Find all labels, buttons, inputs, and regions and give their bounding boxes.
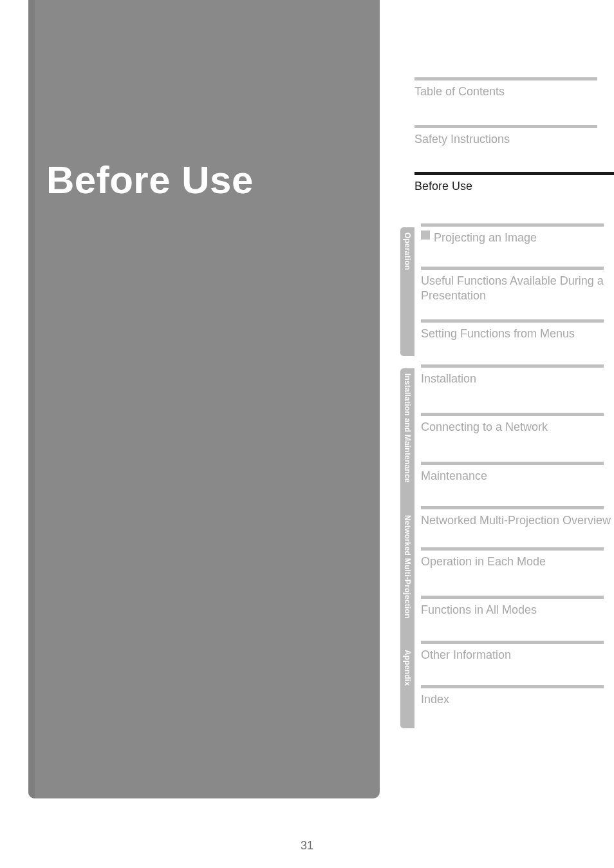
panel-accent bbox=[28, 0, 35, 798]
nav-item-safety[interactable]: Safety Instructions bbox=[414, 125, 614, 147]
section-install-maint: Installation and Maintenance Installatio… bbox=[414, 364, 614, 484]
tab-bar bbox=[421, 685, 604, 688]
chapter-panel: Before Use bbox=[28, 0, 380, 798]
nav-label: Operation in Each Mode bbox=[421, 554, 546, 569]
section-tab-appendix: Appendix bbox=[400, 645, 414, 728]
nav-item-index[interactable]: Index bbox=[414, 685, 614, 707]
tab-bar-active bbox=[414, 172, 614, 175]
nav-label: Functions in All Modes bbox=[421, 603, 537, 618]
page-number: 31 bbox=[0, 839, 614, 853]
nav-item-functions-all-modes[interactable]: Functions in All Modes bbox=[414, 596, 614, 618]
tab-bar bbox=[421, 413, 604, 416]
tab-bar bbox=[421, 364, 604, 368]
tab-bar bbox=[414, 77, 597, 80]
chapter-title: Before Use bbox=[46, 158, 254, 202]
nav-item-installation[interactable]: Installation bbox=[414, 364, 614, 386]
section-tab-operation: Operation bbox=[400, 227, 414, 356]
tab-bar bbox=[421, 547, 604, 551]
nav-label: Maintenance bbox=[421, 469, 487, 484]
section-tab-networked-multi: Networked Multi-Projection bbox=[400, 510, 414, 658]
nav-item-op-each-mode[interactable]: Operation in Each Mode bbox=[414, 547, 614, 569]
nav-item-toc[interactable]: Table of Contents bbox=[414, 77, 614, 99]
tab-bar bbox=[421, 462, 604, 465]
tab-bar bbox=[421, 319, 604, 323]
nav-label: Connecting to a Network bbox=[421, 420, 548, 435]
nav-label: Before Use bbox=[414, 179, 614, 194]
page: Before Use Table of Contents Safety Inst… bbox=[0, 0, 614, 868]
nav-item-nmp-overview[interactable]: Networked Multi-Projection Overview bbox=[414, 506, 614, 528]
nav-item-other-info[interactable]: Other Information bbox=[414, 641, 614, 663]
section-tab-label: Networked Multi-Projection bbox=[400, 510, 414, 624]
section-tab-label: Appendix bbox=[400, 645, 414, 691]
tab-bar bbox=[421, 596, 604, 599]
nav-label: Safety Instructions bbox=[414, 132, 614, 147]
section-tab-install-maint: Installation and Maintenance bbox=[400, 368, 414, 516]
nav-label: Networked Multi-Projection Overview bbox=[421, 513, 611, 528]
nav-label: Useful Functions Available During a Pres… bbox=[421, 274, 614, 303]
section-tab-label: Installation and Maintenance bbox=[400, 368, 414, 488]
nav-item-before-use[interactable]: Before Use bbox=[414, 172, 614, 194]
nav-label: Index bbox=[421, 692, 449, 707]
nav-label: Projecting an Image bbox=[434, 231, 537, 245]
section-tab-label: Operation bbox=[400, 227, 414, 275]
nav-label: Other Information bbox=[421, 648, 511, 663]
tab-bar bbox=[414, 125, 597, 128]
lead-icon bbox=[421, 231, 430, 240]
nav-label: Table of Contents bbox=[414, 84, 614, 99]
section-appendix: Appendix Other Information Index bbox=[414, 641, 614, 707]
side-nav: Table of Contents Safety Instructions Be… bbox=[414, 0, 614, 720]
nav-item-useful-functions[interactable]: Useful Functions Available During a Pres… bbox=[414, 267, 614, 303]
tab-bar bbox=[421, 223, 604, 227]
section-operation: Operation Projecting an Image Useful Fun… bbox=[414, 223, 614, 341]
nav-item-maintenance[interactable]: Maintenance bbox=[414, 462, 614, 484]
nav-label: Setting Functions from Menus bbox=[421, 326, 575, 341]
tab-bar bbox=[421, 506, 604, 509]
nav-item-connecting-network[interactable]: Connecting to a Network bbox=[414, 413, 614, 435]
nav-item-projecting[interactable]: Projecting an Image bbox=[414, 223, 614, 245]
section-networked-multi: Networked Multi-Projection Networked Mul… bbox=[414, 506, 614, 618]
nav-item-setting-menus[interactable]: Setting Functions from Menus bbox=[414, 319, 614, 341]
tab-bar bbox=[421, 267, 604, 270]
nav-label: Installation bbox=[421, 372, 476, 386]
tab-bar bbox=[421, 641, 604, 644]
